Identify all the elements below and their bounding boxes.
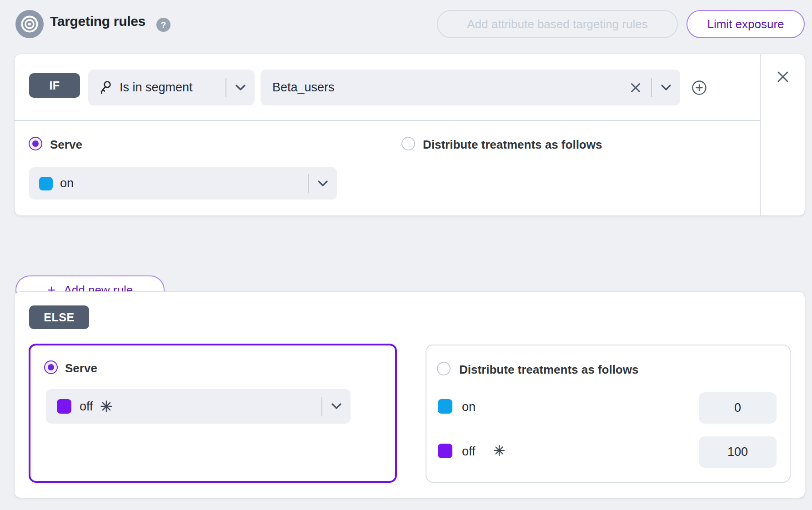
add-attribute-rules-button[interactable]: Add attribute based targeting rules [437, 10, 678, 38]
if-badge: IF [29, 73, 80, 98]
segment-value-select[interactable]: Beta_users [261, 70, 680, 105]
else-distribute-label: Distribute treatments as follows [459, 363, 638, 377]
else-serve-radio[interactable] [44, 360, 58, 374]
target-icon [20, 15, 39, 34]
page-title: Targeting rules [50, 14, 145, 29]
treatment-on-swatch [39, 177, 53, 190]
else-distribute-box[interactable]: Distribute treatments as follows on 0 of… [426, 345, 791, 483]
distribution-percent-input[interactable]: 100 [699, 436, 777, 468]
distribution-treatment-name: off [462, 445, 476, 459]
matcher-label: Is in segment [120, 80, 193, 95]
help-icon[interactable]: ? [156, 18, 170, 32]
treatment-select[interactable]: on [29, 167, 337, 200]
add-condition-button[interactable] [692, 80, 707, 95]
plus-circle-icon [692, 80, 707, 95]
limit-exposure-button[interactable]: Limit exposure [687, 10, 805, 38]
chevron-down-icon[interactable] [226, 84, 255, 91]
treatment-name: on [60, 176, 74, 190]
clear-value-button[interactable] [630, 82, 641, 93]
matcher-select[interactable]: Is in segment [88, 70, 255, 105]
chevron-down-icon[interactable] [309, 180, 337, 187]
delete-rule-button[interactable] [775, 69, 791, 85]
serve-label: Serve [50, 138, 82, 152]
distribution-percent-input[interactable]: 0 [699, 392, 777, 424]
distribution-treatment-name: on [462, 400, 476, 414]
serve-radio[interactable] [29, 137, 42, 150]
close-icon [776, 70, 790, 84]
targeting-rules-avatar [15, 10, 44, 38]
else-treatment-select[interactable]: off [46, 389, 351, 424]
else-badge: ELSE [29, 305, 89, 329]
rule-side-rail [760, 54, 805, 215]
treatment-on-swatch [438, 399, 452, 414]
treatment-off-swatch [57, 399, 71, 414]
else-serve-label: Serve [65, 361, 97, 375]
segment-value: Beta_users [272, 80, 335, 95]
default-treatment-asterisk-icon [493, 444, 506, 457]
chevron-down-icon[interactable] [652, 84, 680, 91]
if-rule-card: IF Is in segment Beta_users [14, 54, 805, 216]
treatment-name: off [80, 400, 93, 414]
else-distribute-radio[interactable] [437, 362, 451, 375]
default-treatment-asterisk-icon [100, 400, 113, 413]
key-icon [98, 80, 113, 95]
divider [15, 120, 761, 121]
distribute-radio[interactable] [401, 137, 415, 150]
else-rule-card: ELSE Serve off Distribute treatments as … [14, 291, 805, 498]
else-serve-box[interactable]: Serve off [29, 344, 397, 483]
chevron-down-icon[interactable] [322, 403, 351, 410]
distribute-label: Distribute treatments as follows [423, 138, 602, 152]
treatment-off-swatch [438, 444, 452, 458]
